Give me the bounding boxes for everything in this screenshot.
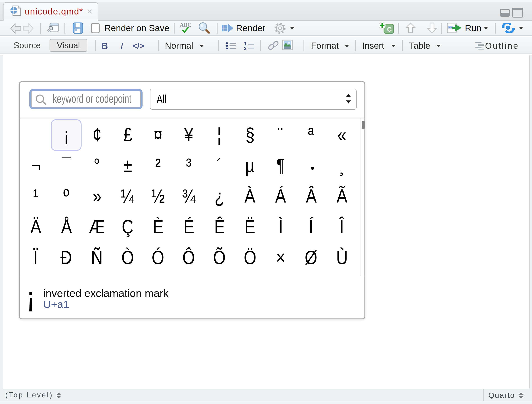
svg-text:ABC: ABC [180, 22, 191, 28]
svg-text:C: C [387, 26, 392, 33]
svg-text:2: 2 [244, 46, 247, 50]
